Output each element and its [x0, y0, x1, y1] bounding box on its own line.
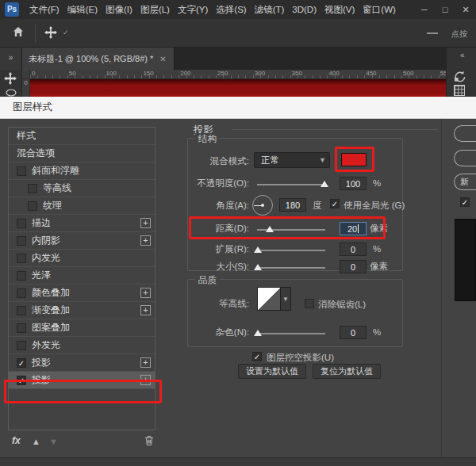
cancel-button[interactable] [454, 150, 476, 166]
anti-alias-checkbox[interactable] [305, 299, 314, 308]
global-light-checkbox[interactable]: ✓ [330, 199, 340, 208]
style-item-0[interactable]: 样式 [9, 128, 155, 145]
spread-slider-thumb[interactable] [254, 246, 262, 253]
menu-select[interactable]: 选择(S) [212, 0, 250, 19]
style-item-4[interactable]: 纹理 [9, 197, 155, 215]
fx-add-effect-icon[interactable]: fx [12, 435, 21, 446]
style-item-checkbox[interactable]: ✓ [17, 358, 26, 368]
style-item-7[interactable]: 内发光 [9, 250, 155, 267]
reset-default-button[interactable]: 复位为默认值 [313, 364, 381, 379]
opacity-label: 不透明度(O): [184, 178, 249, 189]
menu-view[interactable]: 视图(V) [321, 0, 359, 19]
tab-close-icon[interactable]: ✕ [159, 55, 166, 63]
collapse-left-icon[interactable]: » [0, 48, 22, 70]
style-item-9[interactable]: 颜色叠加+ [9, 285, 155, 302]
menu-edit[interactable]: 编辑(E) [63, 0, 102, 19]
move-tool-sidebar-icon[interactable] [4, 72, 17, 85]
move-effect-down-icon[interactable]: ▼ [49, 437, 58, 446]
style-item-checkbox[interactable] [17, 288, 26, 298]
style-item-checkbox[interactable] [17, 254, 26, 263]
new-style-button[interactable]: 新 [454, 174, 476, 190]
spread-slider[interactable] [257, 250, 325, 251]
style-item-checkbox[interactable] [17, 236, 26, 246]
expand-plus-icon[interactable]: + [140, 288, 151, 298]
contour-dropdown[interactable]: ▼ [281, 287, 291, 311]
menu-type[interactable]: 文字(Y) [174, 0, 212, 19]
opacity-slider[interactable] [257, 184, 325, 185]
layer-knockout-checkbox[interactable]: ✓ [252, 352, 262, 361]
style-item-8[interactable]: 光泽 [9, 267, 155, 285]
distance-slider[interactable] [257, 229, 325, 231]
size-slider-thumb[interactable] [254, 264, 262, 270]
style-item-checkbox[interactable] [17, 271, 26, 281]
style-item-checkbox[interactable]: ✓ [17, 376, 26, 385]
style-item-3[interactable]: 等高线 [9, 180, 155, 197]
noise-slider[interactable] [257, 333, 325, 334]
expand-plus-icon[interactable]: + [140, 218, 151, 228]
dialog-title-bar[interactable]: 图层样式 [0, 97, 476, 119]
angle-dial[interactable] [252, 195, 273, 216]
menu-file[interactable]: 文件(F) [25, 0, 63, 19]
lasso-tool-icon[interactable] [5, 89, 17, 97]
collapse-right-icon[interactable]: « [460, 51, 465, 60]
distance-slider-thumb[interactable] [266, 226, 274, 232]
angle-input[interactable]: 180 [279, 198, 306, 212]
style-item-checkbox[interactable] [17, 323, 26, 333]
menu-filter[interactable]: 滤镜(T) [251, 0, 289, 19]
history-panel-icon[interactable] [453, 70, 466, 83]
style-item-1[interactable]: 混合选项 [9, 145, 155, 162]
preview-checkbox[interactable]: ✓ [460, 197, 470, 207]
style-item-checkbox[interactable] [28, 201, 37, 211]
menu-window[interactable]: 窗口(W) [359, 0, 400, 19]
style-item-14[interactable]: ✓投影+ [9, 372, 155, 389]
contour-thumbnail[interactable] [257, 287, 281, 311]
move-effect-up-icon[interactable]: ▲ [32, 437, 40, 446]
shadow-color-swatch[interactable] [341, 153, 367, 166]
noise-input[interactable]: 0 [340, 326, 367, 339]
set-default-button[interactable]: 设置为默认值 [238, 364, 306, 379]
style-item-12[interactable]: 外发光 [9, 337, 155, 354]
opacity-slider-thumb[interactable] [321, 181, 328, 187]
style-item-2[interactable]: 斜面和浮雕 [9, 162, 155, 180]
expand-plus-icon[interactable]: + [140, 305, 151, 315]
expand-plus-icon[interactable]: + [140, 235, 151, 246]
move-tool-icon[interactable] [44, 26, 57, 39]
noise-slider-thumb[interactable] [254, 330, 262, 336]
minimize-button[interactable]: ─ [414, 0, 435, 19]
size-slider[interactable] [257, 267, 325, 269]
style-item-checkbox[interactable] [17, 341, 26, 350]
close-button[interactable]: ✕ [455, 0, 476, 19]
style-item-11[interactable]: 图案叠加 [9, 319, 155, 337]
style-item-checkbox[interactable] [17, 219, 26, 228]
style-item-checkbox[interactable] [17, 166, 26, 176]
menu-layer[interactable]: 图层(L) [136, 0, 174, 19]
delete-effect-trash-icon[interactable] [144, 435, 154, 446]
grid-panel-icon[interactable] [454, 85, 465, 96]
ok-button[interactable] [454, 125, 476, 142]
style-item-label: 斜面和浮雕 [32, 164, 79, 178]
size-input[interactable]: 0 [340, 260, 367, 273]
home-icon[interactable] [13, 26, 24, 37]
photoshop-logo-icon[interactable]: Ps [5, 2, 19, 17]
style-item-checkbox[interactable] [17, 306, 26, 315]
spread-input[interactable]: 0 [340, 243, 367, 256]
distance-input[interactable]: 20 [340, 222, 367, 235]
maximize-button[interactable]: □ [435, 0, 455, 19]
expand-plus-icon[interactable]: + [140, 375, 151, 385]
ruler-tick: 350 [292, 70, 302, 77]
document-tab[interactable]: 未标题-1 @ 100% (5, RGB/8#) * ✕ [22, 48, 175, 70]
menu-image[interactable]: 图像(I) [102, 0, 136, 19]
style-item-5[interactable]: 描边+ [9, 215, 155, 232]
opacity-input[interactable]: 100 [340, 177, 367, 190]
style-item-6[interactable]: 内阴影+ [9, 232, 155, 250]
noise-unit: % [373, 327, 381, 337]
style-item-10[interactable]: 渐变叠加+ [9, 302, 155, 319]
style-item-13[interactable]: ✓投影+ [9, 354, 155, 372]
style-item-checkbox[interactable] [28, 184, 37, 193]
distance-label: 距离(D): [184, 223, 249, 235]
tool-preset-check-icon[interactable]: ✓ [63, 29, 69, 36]
expand-plus-icon[interactable]: + [140, 357, 151, 368]
menu-3d[interactable]: 3D(D) [288, 0, 321, 19]
panel-handle-icon[interactable] [427, 32, 438, 34]
blend-mode-select[interactable]: 正常 ▼ [254, 152, 330, 168]
